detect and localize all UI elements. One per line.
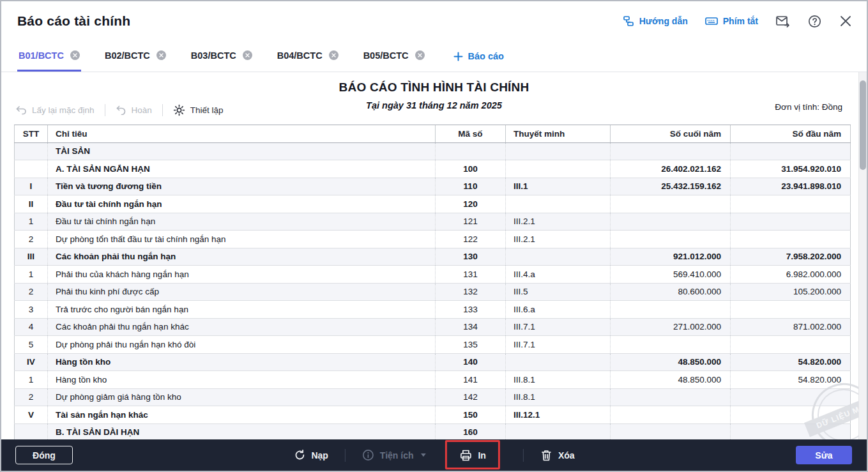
cell-end-value[interactable] — [611, 388, 731, 406]
cell-stt[interactable]: I — [15, 178, 48, 195]
cell-end-value[interactable]: 921.012.000 — [611, 248, 731, 266]
table-row[interactable]: IIĐầu tư tài chính ngắn hạn120 — [15, 195, 851, 213]
cell-begin-value[interactable]: 871.002.000 — [731, 318, 851, 336]
cell-name[interactable]: TÀI SẢN — [48, 142, 436, 160]
cell-name[interactable]: Phải thu kinh phí được cấp — [48, 283, 436, 301]
cell-note[interactable]: III.7.1 — [506, 336, 611, 354]
cell-code[interactable]: 134 — [436, 318, 506, 336]
cell-name[interactable]: B. TÀI SẢN DÀI HẠN — [48, 423, 436, 439]
cell-end-value[interactable] — [611, 301, 731, 319]
cell-code[interactable]: 122 — [436, 231, 506, 248]
cell-code[interactable]: 142 — [436, 388, 506, 406]
cell-stt[interactable]: 1 — [15, 213, 48, 231]
tab-close-icon[interactable] — [243, 50, 252, 60]
cell-name[interactable]: Hàng tồn kho — [48, 353, 436, 371]
cell-note[interactable]: III.4.a — [506, 266, 611, 284]
cell-end-value[interactable]: 25.432.159.162 — [611, 178, 731, 195]
cell-name[interactable]: Các khoản phải thu ngắn hạn khác — [48, 318, 436, 336]
cell-end-value[interactable]: 48.850.000 — [611, 371, 731, 389]
table-row[interactable]: VTài sản ngắn hạn khác150III.12.1 — [15, 406, 851, 424]
vertical-scrollbar[interactable] — [858, 72, 867, 439]
table-row[interactable]: 2Dự phòng giảm giá hàng tồn kho142III.8.… — [15, 388, 851, 406]
cell-begin-value[interactable]: 54.820.000 — [731, 353, 851, 371]
cell-stt[interactable] — [15, 142, 48, 160]
table-row[interactable]: 5Dự phòng phải thu ngắn hạn khó đòi135II… — [15, 336, 851, 354]
shortcuts-link[interactable]: Phím tắt — [704, 15, 758, 27]
cell-name[interactable]: Hàng tồn kho — [48, 371, 436, 389]
cell-name[interactable]: Đầu tư tài chính ngắn hạn — [48, 195, 436, 213]
cell-stt[interactable]: 3 — [15, 301, 48, 319]
cell-begin-value[interactable]: 7.958.202.000 — [731, 248, 851, 266]
cell-code[interactable]: 150 — [436, 406, 506, 424]
close-button[interactable]: Đóng — [15, 446, 73, 464]
cell-code[interactable]: 141 — [436, 371, 506, 389]
tab-b04-bctc[interactable]: B04/BCTC — [276, 41, 340, 72]
help-icon[interactable] — [807, 14, 822, 29]
cell-name[interactable]: Đầu tư tài chính ngắn hạn — [48, 213, 436, 231]
cell-stt[interactable]: II — [15, 195, 48, 213]
cell-note[interactable]: III.5 — [506, 283, 611, 301]
table-row[interactable]: IVHàng tồn kho14048.850.00054.820.000 — [15, 353, 851, 371]
table-row[interactable]: 1Đầu tư tài chính ngắn hạn121III.2.1 — [15, 213, 851, 231]
cell-stt[interactable]: 1 — [15, 371, 48, 389]
table-row[interactable]: TÀI SẢN — [15, 142, 851, 160]
scrollbar-thumb[interactable] — [860, 80, 866, 170]
cell-stt[interactable]: 2 — [15, 283, 48, 301]
cell-stt[interactable]: 5 — [15, 336, 48, 354]
cell-end-value[interactable]: 48.850.000 — [611, 353, 731, 371]
cell-code[interactable]: 131 — [436, 266, 506, 284]
cell-note[interactable] — [506, 423, 611, 439]
cell-end-value[interactable]: 271.002.000 — [611, 318, 731, 336]
cell-begin-value[interactable] — [731, 406, 851, 424]
cell-code[interactable]: 132 — [436, 283, 506, 301]
cell-code[interactable]: 135 — [436, 336, 506, 354]
table-row[interactable]: 2Dự phòng tổn thất đầu tư tài chính ngắn… — [15, 231, 851, 248]
refresh-button[interactable]: Nạp — [289, 449, 331, 461]
cell-end-value[interactable] — [611, 423, 731, 439]
cell-begin-value[interactable] — [731, 336, 851, 354]
cell-note[interactable] — [506, 248, 611, 266]
cell-end-value[interactable]: 26.402.021.162 — [611, 160, 731, 178]
cell-note[interactable]: III.8.1 — [506, 371, 611, 389]
cell-name[interactable]: Tài sản ngắn hạn khác — [48, 406, 436, 424]
cell-note[interactable] — [506, 160, 611, 178]
close-icon[interactable] — [839, 14, 853, 28]
cell-begin-value[interactable] — [731, 423, 851, 439]
cell-end-value[interactable] — [611, 195, 731, 213]
delete-button[interactable]: Xóa — [537, 449, 579, 462]
cell-begin-value[interactable]: 31.954.920.010 — [731, 160, 851, 178]
table-row[interactable]: 4Các khoản phải thu ngắn hạn khác134III.… — [15, 318, 851, 336]
cell-stt[interactable]: 2 — [15, 388, 48, 406]
cell-name[interactable]: A. TÀI SẢN NGẮN HẠN — [48, 160, 436, 178]
cell-name[interactable]: Dự phòng phải thu ngắn hạn khó đòi — [48, 336, 436, 354]
cell-begin-value[interactable]: 6.982.000.000 — [731, 266, 851, 284]
print-button[interactable]: In — [455, 449, 489, 462]
cell-begin-value[interactable]: 54.820.000 — [731, 371, 851, 389]
tab-b01-bctc[interactable]: B01/BCTC — [17, 41, 81, 72]
cell-name[interactable]: Trả trước cho người bán ngắn hạn — [48, 301, 436, 319]
cell-code[interactable]: 133 — [436, 301, 506, 319]
cell-name[interactable]: Dự phòng giảm giá hàng tồn kho — [48, 388, 436, 406]
cell-code[interactable]: 100 — [436, 160, 506, 178]
cell-name[interactable]: Phải thu của khách hàng ngắn hạn — [48, 266, 436, 284]
cell-begin-value[interactable] — [731, 213, 851, 231]
cell-note[interactable] — [506, 195, 611, 213]
cell-note[interactable] — [506, 353, 611, 371]
guide-link[interactable]: Hướng dẫn — [622, 15, 688, 27]
cell-name[interactable]: Các khoản phải thu ngắn hạn — [48, 248, 436, 266]
cell-begin-value[interactable] — [731, 301, 851, 319]
tab-b05-bctc[interactable]: B05/BCTC — [362, 41, 426, 72]
cell-note[interactable]: III.8.1 — [506, 388, 611, 406]
cell-stt[interactable] — [15, 160, 48, 178]
cell-end-value[interactable] — [611, 142, 731, 160]
edit-button[interactable]: Sửa — [796, 446, 852, 464]
cell-begin-value[interactable] — [731, 388, 851, 406]
cell-stt[interactable]: 1 — [15, 266, 48, 284]
cell-stt[interactable]: IV — [15, 353, 48, 371]
cell-note[interactable]: III.7.1 — [506, 318, 611, 336]
cell-note[interactable]: III.2.1 — [506, 213, 611, 231]
table-row[interactable]: 1Phải thu của khách hàng ngắn hạn131III.… — [15, 266, 851, 284]
cell-stt[interactable] — [15, 423, 48, 439]
table-row[interactable]: 2Phải thu kinh phí được cấp132III.580.60… — [15, 283, 851, 301]
table-row[interactable]: A. TÀI SẢN NGẮN HẠN10026.402.021.16231.9… — [15, 160, 851, 178]
